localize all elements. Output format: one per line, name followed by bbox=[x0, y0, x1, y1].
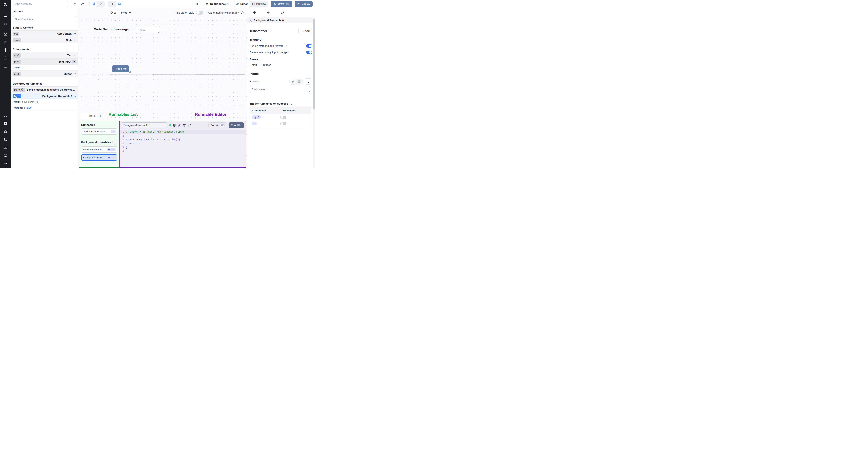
code-line[interactable]: 2 bbox=[120, 134, 246, 138]
settings-gear-icon[interactable] bbox=[0, 120, 11, 128]
workers-robot-icon[interactable] bbox=[0, 128, 11, 135]
info-icon[interactable] bbox=[269, 30, 272, 32]
redo-button[interactable] bbox=[79, 1, 86, 7]
code-line[interactable]: 5} bbox=[120, 145, 246, 150]
collapse-arrow-icon[interactable] bbox=[0, 160, 11, 168]
zoom-out-button[interactable]: − bbox=[80, 113, 87, 119]
debug-runs-button[interactable]: Debug runs (7) bbox=[203, 1, 231, 7]
tab-insert-plus-icon[interactable] bbox=[250, 8, 259, 17]
bg1-loading-row[interactable]: loading : false bbox=[11, 105, 78, 111]
add-runnable-button[interactable] bbox=[112, 140, 117, 144]
output-row-state[interactable]: state State bbox=[11, 37, 78, 43]
chevron-down-icon[interactable] bbox=[73, 39, 76, 41]
schedules-calendar-icon[interactable] bbox=[0, 62, 11, 70]
apps-icon[interactable] bbox=[0, 11, 11, 19]
resize-handle[interactable] bbox=[158, 31, 159, 33]
static-mode-pencil-icon[interactable] bbox=[290, 79, 296, 84]
schedule-dropdown[interactable]: once bbox=[121, 11, 131, 14]
audit-eye-icon[interactable] bbox=[0, 143, 11, 152]
tab-component-settings-icon[interactable] bbox=[264, 8, 273, 17]
scrollbar-thumb[interactable] bbox=[313, 19, 315, 109]
user-icon[interactable] bbox=[0, 111, 11, 120]
textarea-resize-handle[interactable] bbox=[308, 90, 310, 92]
chevron-down-icon[interactable] bbox=[73, 54, 76, 57]
expand-editor-icon[interactable] bbox=[188, 124, 191, 127]
database-icon[interactable] bbox=[173, 124, 176, 127]
hide-bar-toggle[interactable] bbox=[196, 11, 203, 15]
recompute-toggle-c[interactable] bbox=[280, 122, 286, 126]
mobile-view-button[interactable] bbox=[108, 1, 115, 7]
windmill-logo[interactable] bbox=[3, 2, 8, 8]
runnable-name-input[interactable] bbox=[122, 123, 167, 128]
component-row-c[interactable]: c Button bbox=[11, 71, 78, 77]
connect-plug-icon[interactable] bbox=[305, 78, 312, 85]
static-value-field[interactable]: Static value bbox=[250, 86, 311, 93]
resize-handle[interactable] bbox=[129, 71, 131, 73]
format-button[interactable]: Format ⌘S bbox=[208, 123, 227, 128]
component-row-b[interactable]: b Text Input bbox=[11, 59, 78, 65]
runnable-item-c[interactable]: u/henri/scrape_githu... c bbox=[81, 128, 117, 134]
more-menu-button[interactable] bbox=[186, 2, 189, 6]
event-chip-start[interactable]: start bbox=[250, 63, 259, 67]
info-icon[interactable] bbox=[284, 44, 287, 47]
resize-handle[interactable] bbox=[131, 32, 132, 33]
refresh-count-button[interactable]: 2 bbox=[108, 10, 118, 16]
tab-editor[interactable]: Editor bbox=[234, 1, 250, 7]
expr-mode-f-icon[interactable] bbox=[296, 79, 302, 84]
b-result-row[interactable]: result : "" bbox=[11, 65, 78, 71]
resources-cubes-icon[interactable] bbox=[0, 54, 11, 62]
runs-play-icon[interactable] bbox=[0, 38, 11, 46]
add-transformer-button[interactable]: Add bbox=[299, 28, 312, 34]
search-outputs-input[interactable] bbox=[13, 16, 76, 22]
run-on-start-toggle[interactable] bbox=[306, 44, 312, 47]
bg1-result-row[interactable]: result : No items ([]) bbox=[11, 99, 78, 105]
run-button[interactable]: Run ⌘↵ bbox=[229, 123, 244, 128]
app-summary-input[interactable] bbox=[13, 1, 68, 7]
canvas-grid[interactable]: Write Discord message: Type... Press me … bbox=[79, 17, 247, 168]
variables-dollar-icon[interactable] bbox=[0, 46, 11, 54]
home-icon[interactable] bbox=[0, 30, 11, 38]
code-line[interactable]: 1// import * as wmill from "windmill-cli… bbox=[120, 130, 246, 134]
draft-button[interactable]: Draft ⌘S bbox=[271, 1, 292, 7]
deploy-button[interactable]: Deploy bbox=[295, 1, 313, 7]
output-row-ctx[interactable]: ctx App Context bbox=[11, 30, 78, 37]
textinput-component[interactable]: Type... bbox=[136, 26, 160, 33]
zoom-in-button[interactable]: + bbox=[97, 113, 103, 119]
delete-trash-icon[interactable] bbox=[183, 124, 186, 127]
code-line[interactable]: 6 bbox=[120, 150, 246, 154]
chevron-down-icon[interactable] bbox=[73, 73, 76, 75]
fullscreen-layout-button[interactable] bbox=[97, 1, 104, 7]
folders-icon[interactable] bbox=[0, 135, 11, 143]
favorites-star-icon[interactable] bbox=[0, 19, 11, 27]
info-icon[interactable] bbox=[241, 11, 244, 14]
code-line[interactable]: 3export async function main(x: string) { bbox=[120, 138, 246, 142]
desktop-view-button[interactable] bbox=[116, 1, 123, 7]
component-row-a[interactable]: a Text bbox=[11, 52, 78, 59]
text-component[interactable]: Write Discord message: bbox=[93, 25, 133, 34]
runnable-item-bg0[interactable]: Send a message... bg_0 bbox=[81, 146, 117, 153]
ai-wand-icon[interactable] bbox=[178, 124, 181, 127]
center-layout-button[interactable] bbox=[90, 1, 97, 7]
chevron-up-icon[interactable] bbox=[73, 95, 76, 97]
runnable-row-bg1[interactable]: bg_1 Background Runnable 0 bbox=[11, 93, 78, 99]
tab-preview[interactable]: Preview bbox=[250, 1, 268, 7]
recompute-toggle-bg0[interactable] bbox=[280, 116, 286, 119]
info-icon[interactable] bbox=[289, 102, 292, 105]
code-line[interactable]: 4 return x bbox=[120, 142, 246, 146]
chevron-up-icon[interactable] bbox=[72, 60, 76, 63]
undo-button[interactable] bbox=[71, 1, 79, 7]
help-icon[interactable] bbox=[0, 152, 11, 160]
docs-button[interactable] bbox=[192, 1, 200, 7]
event-chip-refresh[interactable]: refresh bbox=[261, 63, 274, 67]
code-editor[interactable]: 1// import * as wmill from "windmill-cli… bbox=[120, 129, 246, 167]
recompute-toggle[interactable] bbox=[306, 51, 312, 54]
row-badge-c[interactable]: c bbox=[252, 122, 256, 126]
tab-styling-brush-icon[interactable] bbox=[278, 8, 287, 17]
selected-runnable-header[interactable]: f Background Runnable 0 bbox=[247, 17, 315, 24]
runnable-row-bg0[interactable]: bg_0 Send a message to discord using web… bbox=[11, 86, 78, 93]
runnable-item-bg1-selected[interactable]: Background Run... bg_1 bbox=[81, 155, 117, 161]
press-me-button[interactable]: Press me bbox=[112, 65, 129, 72]
scrollbar[interactable] bbox=[313, 17, 315, 168]
chevron-down-icon[interactable] bbox=[73, 32, 76, 35]
row-badge-bg0[interactable]: bg_0 bbox=[252, 116, 261, 119]
